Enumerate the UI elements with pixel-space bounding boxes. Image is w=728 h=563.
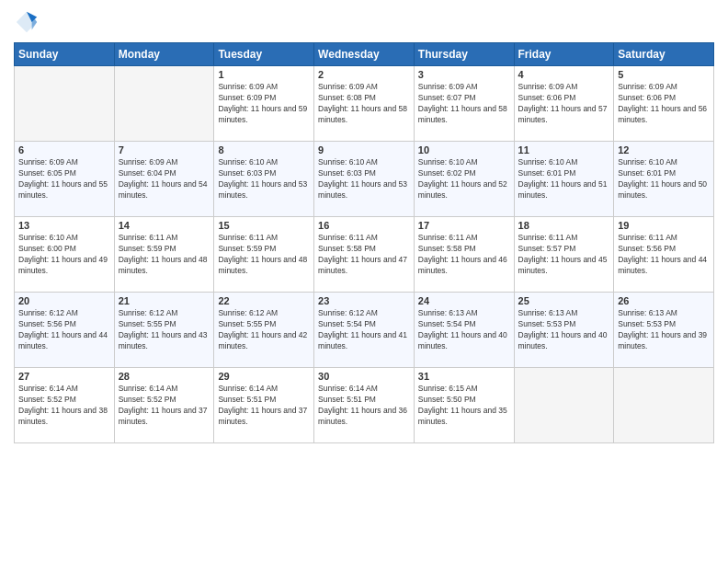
day-number: 31 xyxy=(418,371,510,382)
day-info: Sunrise: 6:14 AM Sunset: 5:51 PM Dayligh… xyxy=(218,384,310,428)
calendar-cell xyxy=(114,66,214,142)
calendar-cell: 21Sunrise: 6:12 AM Sunset: 5:55 PM Dayli… xyxy=(114,293,214,368)
day-number: 20 xyxy=(18,295,110,306)
calendar-cell: 26Sunrise: 6:13 AM Sunset: 5:53 PM Dayli… xyxy=(614,293,714,368)
calendar-cell: 25Sunrise: 6:13 AM Sunset: 5:53 PM Dayli… xyxy=(514,293,614,368)
calendar-header-thursday: Thursday xyxy=(414,43,514,66)
day-info: Sunrise: 6:10 AM Sunset: 6:01 PM Dayligh… xyxy=(518,157,610,201)
day-number: 10 xyxy=(418,144,510,155)
day-info: Sunrise: 6:10 AM Sunset: 6:01 PM Dayligh… xyxy=(618,157,710,201)
day-number: 15 xyxy=(218,220,310,231)
calendar-cell: 15Sunrise: 6:11 AM Sunset: 5:59 PM Dayli… xyxy=(214,217,314,293)
day-info: Sunrise: 6:12 AM Sunset: 5:56 PM Dayligh… xyxy=(18,308,110,352)
calendar-week-row: 6Sunrise: 6:09 AM Sunset: 6:05 PM Daylig… xyxy=(15,142,714,217)
day-info: Sunrise: 6:11 AM Sunset: 5:56 PM Dayligh… xyxy=(618,233,710,277)
calendar-cell xyxy=(514,368,614,443)
calendar-cell: 12Sunrise: 6:10 AM Sunset: 6:01 PM Dayli… xyxy=(614,142,714,217)
calendar-header-tuesday: Tuesday xyxy=(214,43,314,66)
day-number: 1 xyxy=(218,69,310,80)
calendar-cell xyxy=(15,66,115,142)
day-number: 29 xyxy=(218,371,310,382)
calendar-table: SundayMondayTuesdayWednesdayThursdayFrid… xyxy=(14,42,714,443)
calendar-week-row: 1Sunrise: 6:09 AM Sunset: 6:09 PM Daylig… xyxy=(15,66,714,142)
calendar-cell: 7Sunrise: 6:09 AM Sunset: 6:04 PM Daylig… xyxy=(114,142,214,217)
calendar-cell: 29Sunrise: 6:14 AM Sunset: 5:51 PM Dayli… xyxy=(214,368,314,443)
calendar-header-wednesday: Wednesday xyxy=(314,43,415,66)
calendar-cell: 5Sunrise: 6:09 AM Sunset: 6:06 PM Daylig… xyxy=(614,66,714,142)
day-number: 13 xyxy=(18,220,110,231)
calendar-cell: 24Sunrise: 6:13 AM Sunset: 5:54 PM Dayli… xyxy=(414,293,514,368)
day-number: 24 xyxy=(418,295,510,306)
day-info: Sunrise: 6:15 AM Sunset: 5:50 PM Dayligh… xyxy=(418,384,510,428)
calendar-cell: 31Sunrise: 6:15 AM Sunset: 5:50 PM Dayli… xyxy=(414,368,514,443)
day-number: 16 xyxy=(318,220,410,231)
calendar-cell: 1Sunrise: 6:09 AM Sunset: 6:09 PM Daylig… xyxy=(214,66,314,142)
day-info: Sunrise: 6:12 AM Sunset: 5:55 PM Dayligh… xyxy=(218,308,310,352)
day-number: 27 xyxy=(18,371,110,382)
logo xyxy=(14,9,43,35)
day-number: 6 xyxy=(18,144,110,155)
day-number: 21 xyxy=(119,295,210,306)
day-info: Sunrise: 6:09 AM Sunset: 6:07 PM Dayligh… xyxy=(418,82,510,126)
day-info: Sunrise: 6:11 AM Sunset: 5:58 PM Dayligh… xyxy=(318,233,410,277)
calendar-cell: 6Sunrise: 6:09 AM Sunset: 6:05 PM Daylig… xyxy=(15,142,115,217)
day-number: 8 xyxy=(218,144,310,155)
day-info: Sunrise: 6:10 AM Sunset: 6:03 PM Dayligh… xyxy=(218,157,310,201)
day-number: 26 xyxy=(618,295,710,306)
calendar-week-row: 13Sunrise: 6:10 AM Sunset: 6:00 PM Dayli… xyxy=(15,217,714,293)
calendar-cell: 22Sunrise: 6:12 AM Sunset: 5:55 PM Dayli… xyxy=(214,293,314,368)
day-info: Sunrise: 6:11 AM Sunset: 5:57 PM Dayligh… xyxy=(518,233,610,277)
day-info: Sunrise: 6:10 AM Sunset: 6:00 PM Dayligh… xyxy=(18,233,110,277)
calendar-cell: 8Sunrise: 6:10 AM Sunset: 6:03 PM Daylig… xyxy=(214,142,314,217)
calendar-cell: 10Sunrise: 6:10 AM Sunset: 6:02 PM Dayli… xyxy=(414,142,514,217)
header xyxy=(14,9,714,35)
calendar-cell: 4Sunrise: 6:09 AM Sunset: 6:06 PM Daylig… xyxy=(514,66,614,142)
day-info: Sunrise: 6:14 AM Sunset: 5:52 PM Dayligh… xyxy=(119,384,210,428)
calendar-cell: 18Sunrise: 6:11 AM Sunset: 5:57 PM Dayli… xyxy=(514,217,614,293)
calendar-cell: 14Sunrise: 6:11 AM Sunset: 5:59 PM Dayli… xyxy=(114,217,214,293)
calendar-header-row: SundayMondayTuesdayWednesdayThursdayFrid… xyxy=(15,43,714,66)
calendar-cell: 11Sunrise: 6:10 AM Sunset: 6:01 PM Dayli… xyxy=(514,142,614,217)
day-number: 11 xyxy=(518,144,610,155)
day-info: Sunrise: 6:13 AM Sunset: 5:53 PM Dayligh… xyxy=(618,308,710,352)
day-info: Sunrise: 6:13 AM Sunset: 5:54 PM Dayligh… xyxy=(418,308,510,352)
calendar-cell: 23Sunrise: 6:12 AM Sunset: 5:54 PM Dayli… xyxy=(314,293,415,368)
day-info: Sunrise: 6:14 AM Sunset: 5:51 PM Dayligh… xyxy=(318,384,410,428)
calendar-header-monday: Monday xyxy=(114,43,214,66)
day-info: Sunrise: 6:12 AM Sunset: 5:54 PM Dayligh… xyxy=(318,308,410,352)
calendar-cell: 17Sunrise: 6:11 AM Sunset: 5:58 PM Dayli… xyxy=(414,217,514,293)
calendar-cell: 13Sunrise: 6:10 AM Sunset: 6:00 PM Dayli… xyxy=(15,217,115,293)
calendar-cell: 20Sunrise: 6:12 AM Sunset: 5:56 PM Dayli… xyxy=(15,293,115,368)
day-info: Sunrise: 6:09 AM Sunset: 6:06 PM Dayligh… xyxy=(518,82,610,126)
day-info: Sunrise: 6:14 AM Sunset: 5:52 PM Dayligh… xyxy=(18,384,110,428)
calendar-header-friday: Friday xyxy=(514,43,614,66)
day-info: Sunrise: 6:13 AM Sunset: 5:53 PM Dayligh… xyxy=(518,308,610,352)
day-number: 2 xyxy=(318,69,410,80)
calendar-week-row: 27Sunrise: 6:14 AM Sunset: 5:52 PM Dayli… xyxy=(15,368,714,443)
day-number: 28 xyxy=(119,371,210,382)
calendar-cell: 16Sunrise: 6:11 AM Sunset: 5:58 PM Dayli… xyxy=(314,217,415,293)
day-info: Sunrise: 6:09 AM Sunset: 6:05 PM Dayligh… xyxy=(18,157,110,201)
calendar-cell xyxy=(614,368,714,443)
calendar-cell: 28Sunrise: 6:14 AM Sunset: 5:52 PM Dayli… xyxy=(114,368,214,443)
day-info: Sunrise: 6:09 AM Sunset: 6:08 PM Dayligh… xyxy=(318,82,410,126)
day-info: Sunrise: 6:10 AM Sunset: 6:02 PM Dayligh… xyxy=(418,157,510,201)
calendar-cell: 30Sunrise: 6:14 AM Sunset: 5:51 PM Dayli… xyxy=(314,368,415,443)
day-number: 14 xyxy=(119,220,210,231)
calendar-header-saturday: Saturday xyxy=(614,43,714,66)
day-info: Sunrise: 6:09 AM Sunset: 6:04 PM Dayligh… xyxy=(119,157,210,201)
day-info: Sunrise: 6:09 AM Sunset: 6:09 PM Dayligh… xyxy=(218,82,310,126)
day-info: Sunrise: 6:12 AM Sunset: 5:55 PM Dayligh… xyxy=(119,308,210,352)
day-number: 23 xyxy=(318,295,410,306)
day-info: Sunrise: 6:09 AM Sunset: 6:06 PM Dayligh… xyxy=(618,82,710,126)
calendar-cell: 27Sunrise: 6:14 AM Sunset: 5:52 PM Dayli… xyxy=(15,368,115,443)
page-container: SundayMondayTuesdayWednesdayThursdayFrid… xyxy=(0,0,728,563)
calendar-cell: 2Sunrise: 6:09 AM Sunset: 6:08 PM Daylig… xyxy=(314,66,415,142)
day-number: 18 xyxy=(518,220,610,231)
day-number: 4 xyxy=(518,69,610,80)
calendar-cell: 9Sunrise: 6:10 AM Sunset: 6:03 PM Daylig… xyxy=(314,142,415,217)
day-number: 5 xyxy=(618,69,710,80)
day-number: 9 xyxy=(318,144,410,155)
day-number: 22 xyxy=(218,295,310,306)
day-info: Sunrise: 6:11 AM Sunset: 5:59 PM Dayligh… xyxy=(119,233,210,277)
